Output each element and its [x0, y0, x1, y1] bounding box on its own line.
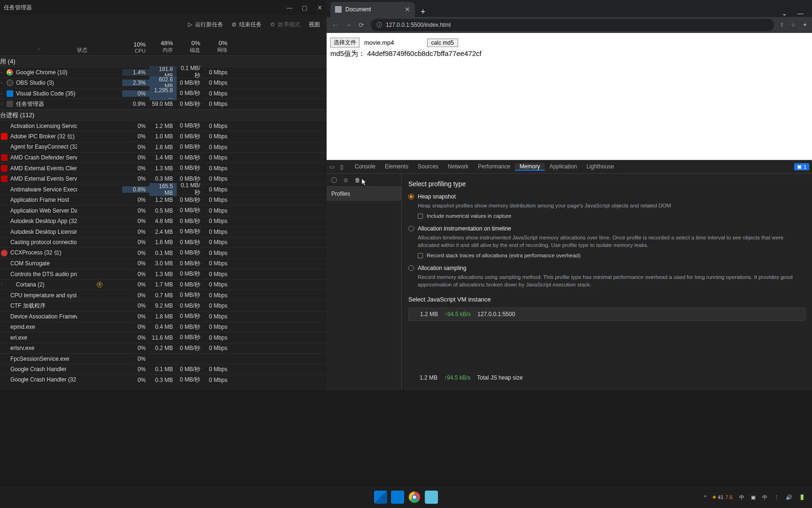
table-row[interactable]: FpcSessionService.exe0% — [0, 353, 327, 364]
calc-md5-button[interactable]: calc md5 — [427, 39, 458, 47]
table-row[interactable]: epmd.exe0%0.4 MB0 MB/秒0 Mbps — [0, 322, 327, 333]
close-icon[interactable]: ✕ — [316, 4, 323, 11]
checkbox-icon[interactable] — [418, 214, 423, 219]
record-icon[interactable] — [331, 177, 337, 183]
volume-icon[interactable]: 🔊 — [786, 494, 792, 500]
bookmark-icon[interactable]: ☆ — [791, 22, 796, 28]
ime-indicator-2[interactable]: 中 — [762, 494, 767, 501]
expand-chevron-icon[interactable]: › — [1, 282, 2, 287]
table-row[interactable]: AMD External Events Client ...0%1.3 MB0 … — [0, 163, 327, 174]
tab-memory[interactable]: Memory — [515, 163, 545, 171]
expand-chevron-icon[interactable]: › — [1, 91, 2, 96]
tab-performance[interactable]: Performance — [473, 163, 515, 170]
process-list[interactable]: 用 (4) ›Google Chrome (10)1.4%181.8 MB0.1… — [0, 56, 327, 390]
table-row[interactable]: Autodesk Desktop Licensing...0%2.4 MB0 M… — [0, 226, 327, 237]
table-row[interactable]: ›Visual Studio Code (35)0%1,295.8 ...0 M… — [0, 88, 327, 99]
sort-chevron-icon[interactable]: ⌃ — [0, 48, 77, 53]
table-row[interactable]: Autodesk Desktop App (32 ...0%4.8 MB0 MB… — [0, 216, 327, 227]
ime-indicator[interactable]: 中 — [739, 494, 744, 501]
checkbox-icon[interactable] — [418, 253, 423, 258]
network-header[interactable]: 0%网络 — [204, 40, 231, 54]
table-row[interactable]: Controls the DTS audio proc...0%1.3 MB0 … — [0, 269, 327, 279]
notification-icon[interactable]: ▣ — [751, 494, 756, 500]
back-icon[interactable]: ← — [331, 21, 339, 29]
memory-header[interactable]: 48%内存 — [149, 40, 177, 54]
table-row[interactable]: AMD External Events Service...0%0.3 MB0 … — [0, 174, 327, 184]
table-row[interactable]: CTF 加载程序0%9.2 MB0 MB/秒0 Mbps — [0, 301, 327, 311]
background-group-header[interactable]: 台进程 (112) — [0, 109, 327, 120]
taskbar[interactable]: ^ 41 7.6 中 ▣ 中 ⋮ 🔊 🔋 — [0, 486, 812, 508]
vm-instance-row[interactable]: 1.2 MB ↑94.5 kB/s 127.0.0.1:5500 — [408, 308, 805, 321]
radio-icon[interactable] — [408, 194, 414, 199]
apps-group-header[interactable]: 用 (4) — [0, 56, 327, 67]
table-row[interactable]: Google Crash Handler0%0.1 MB0 MB/秒0 Mbps — [0, 364, 327, 375]
table-row[interactable]: Adobe IPC Broker (32 位)0%1.0 MB0 MB/秒0 M… — [0, 131, 327, 142]
radio-heap-snapshot[interactable]: Heap snapshot — [408, 193, 805, 200]
view-button[interactable]: 视图 — [309, 21, 320, 29]
radio-icon[interactable] — [408, 265, 414, 271]
taskbar-notepad[interactable] — [425, 491, 438, 504]
new-task-button[interactable]: ▷ 运行新任务 — [188, 21, 223, 29]
radio-allocation-timeline[interactable]: Allocation instrumentation on timeline — [408, 225, 805, 232]
taskbar-chrome[interactable] — [408, 491, 421, 504]
table-row[interactable]: ›OBS Studio (3)2.3%602.6 MB0 MB/秒0 Mbps — [0, 78, 327, 88]
table-row[interactable]: Device Association Framewo...0%1.8 MB0 M… — [0, 311, 327, 322]
table-row[interactable]: ›Cortana (2)0%1.7 MB0 MB/秒0 Mbps — [0, 279, 327, 290]
end-task-button[interactable]: ⊘ 结束任务 — [232, 21, 262, 29]
expand-chevron-icon[interactable]: › — [1, 102, 2, 106]
checkbox-numerical-values[interactable]: Include numerical values in capture — [418, 213, 805, 219]
tray-chevron-icon[interactable]: ^ — [704, 494, 706, 500]
table-row[interactable]: Activation Licensing Service (...0%1.2 M… — [0, 120, 327, 131]
chevron-down-icon[interactable]: ⌄ — [782, 10, 787, 17]
wifi-icon[interactable]: ⋮ — [774, 494, 779, 500]
sidebar-item-profiles[interactable]: Profiles — [327, 187, 401, 201]
tab-elements[interactable]: Elements — [380, 163, 413, 170]
tab-close-icon[interactable]: ✕ — [405, 6, 410, 13]
tab-application[interactable]: Application — [545, 163, 582, 170]
weather-widget[interactable]: 41 7.6 — [713, 494, 733, 500]
expand-chevron-icon[interactable]: › — [1, 80, 2, 85]
tab-bar[interactable]: Document ✕ + ⌄ — — [327, 0, 812, 17]
issues-badge[interactable]: ▣ 1 — [794, 163, 809, 170]
tab-lighthouse[interactable]: Lighthouse — [582, 163, 619, 170]
table-row[interactable]: CCXProcess (32 位)0%0.1 MB0 MB/秒0 Mbps — [0, 247, 327, 258]
taskbar-vscode[interactable] — [391, 491, 404, 504]
disk-header[interactable]: 0%磁盘 — [177, 40, 204, 54]
battery-icon[interactable]: 🔋 — [799, 494, 805, 500]
tab-console[interactable]: Console — [350, 163, 380, 170]
trash-icon[interactable]: 🗑 — [355, 177, 360, 183]
titlebar[interactable]: 任务管理器 — ▢ ✕ — [0, 0, 327, 15]
inspect-icon[interactable]: ▭ — [329, 164, 335, 170]
extensions-icon[interactable]: ✦ — [803, 22, 807, 28]
choose-file-button[interactable]: 选择文件 — [330, 38, 359, 48]
table-row[interactable]: Casting protocol connection ...0%1.6 MB0… — [0, 237, 327, 248]
table-row[interactable]: Google Crash Handler (32 位)0%0.3 MB0 MB/… — [0, 374, 327, 385]
table-row[interactable]: AMD Crash Defender Service0%1.4 MB0 MB/秒… — [0, 152, 327, 163]
table-row[interactable]: Agent for EasyConnect (32 位)0%1.8 MB0 MB… — [0, 142, 327, 152]
expand-chevron-icon[interactable]: › — [1, 70, 2, 75]
table-row[interactable]: Antimalware Service Executa...0.8%165.5 … — [0, 184, 327, 195]
checkbox-stack-traces[interactable]: Record stack traces of allocations (extr… — [418, 253, 805, 258]
table-row[interactable]: ›Google Chrome (10)1.4%181.8 MB0.1 MB/秒0… — [0, 67, 327, 78]
site-info-icon[interactable]: ⓘ — [376, 21, 382, 29]
radio-allocation-sampling[interactable]: Allocation sampling — [408, 265, 805, 271]
reload-icon[interactable]: ⟳ — [358, 21, 365, 29]
table-row[interactable]: ›任务管理器0.9%59.0 MB0 MB/秒0 Mbps — [0, 99, 327, 110]
url-input[interactable]: ⓘ 127.0.0.1:5500/index.html — [371, 19, 774, 31]
table-row[interactable]: Application Frame Host0%1.2 MB0 MB/秒0 Mb… — [0, 195, 327, 206]
forward-icon[interactable]: → — [344, 21, 352, 29]
table-row[interactable]: Application Web Server Dae...0%0.5 MB0 M… — [0, 205, 327, 216]
clear-icon[interactable]: ⊘ — [344, 177, 348, 183]
device-icon[interactable]: ▯ — [340, 164, 344, 170]
table-row[interactable]: CPU temperature and syste...0%0.7 MB0 MB… — [0, 290, 327, 301]
minimize-icon[interactable]: — — [286, 4, 293, 11]
cpu-header[interactable]: 10%CPU — [122, 41, 149, 54]
maximize-icon[interactable]: ▢ — [301, 4, 308, 11]
system-tray[interactable]: ^ 41 7.6 中 ▣ 中 ⋮ 🔊 🔋 — [697, 494, 812, 501]
table-row[interactable]: erlsrv.exe0%0.2 MB0 MB/秒0 Mbps — [0, 343, 327, 354]
radio-icon[interactable] — [408, 226, 414, 231]
tab-network[interactable]: Network — [443, 163, 473, 170]
tab-document[interactable]: Document ✕ — [330, 2, 415, 17]
table-row[interactable]: COM Surrogate0%3.0 MB0 MB/秒0 Mbps — [0, 258, 327, 269]
new-tab-button[interactable]: + — [415, 7, 431, 17]
